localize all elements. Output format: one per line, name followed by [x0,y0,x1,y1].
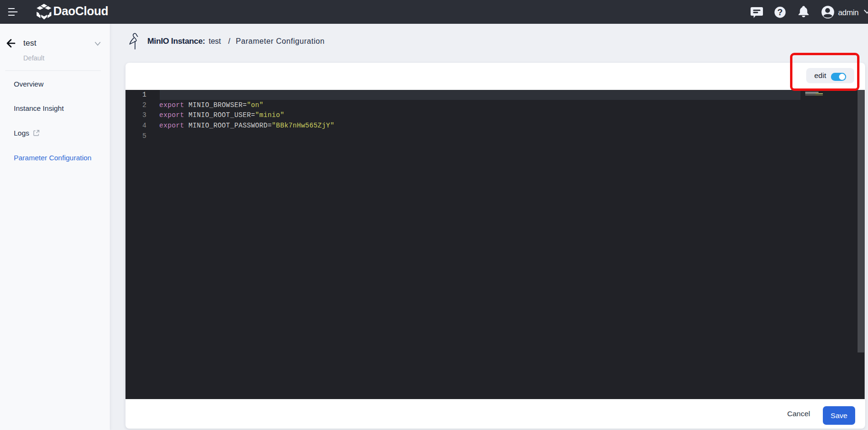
svg-text:?: ? [777,7,782,17]
